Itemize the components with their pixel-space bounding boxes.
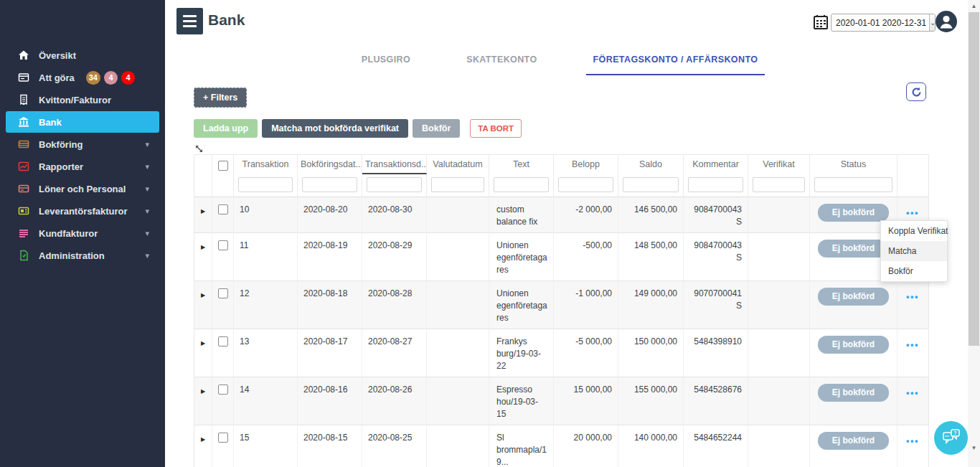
sidebar-item-bokf-ring[interactable]: Bokföring▾ <box>6 133 159 155</box>
select-all-cell <box>212 155 234 174</box>
filter-input-transaktion[interactable] <box>238 177 293 192</box>
table-row: ▶122020-08-182020-08-28Unionen egenföret… <box>194 281 928 329</box>
column-header-kommentar[interactable]: Kommentar <box>684 155 748 174</box>
cell-transaktionsdatum: 2020-08-29 <box>362 233 427 281</box>
status-badge[interactable]: Ej bokförd <box>818 288 889 306</box>
column-header-verifikat[interactable]: Verifikat <box>748 155 810 174</box>
cell-text: custom balance fix <box>489 197 554 233</box>
row-menu-button[interactable]: ••• <box>906 204 919 219</box>
row-checkbox[interactable] <box>218 240 228 250</box>
sidebar-item-administration[interactable]: Administration▾ <box>6 245 159 266</box>
date-range-select[interactable]: 2020-01-01 2020-12-31 ⌄ <box>831 14 936 32</box>
sidebar-item-leverant-rsfakturor[interactable]: Leverantörsfakturor▾ <box>6 200 159 222</box>
sidebar-item-att-g-ra[interactable]: Att göra3444 <box>6 67 159 88</box>
column-header-belopp[interactable]: Belopp <box>554 155 618 174</box>
column-header-transaktion[interactable]: Transaktion <box>234 155 298 174</box>
filter-input-verifikat[interactable] <box>753 177 805 192</box>
expand-row-icon[interactable]: ▶ <box>194 233 212 281</box>
row-menu-button[interactable]: ••• <box>906 288 919 303</box>
context-menu-item-koppla-verifikat[interactable]: Koppla Verifikat <box>881 221 947 241</box>
filters-button[interactable]: + Filters <box>194 88 247 108</box>
tab-plusgiro[interactable]: PLUSGIRO <box>354 52 418 75</box>
row-menu-cell: ••• <box>897 377 928 425</box>
vertical-scrollbar[interactable]: ▲ ▼ <box>968 0 980 467</box>
row-checkbox[interactable] <box>218 433 228 443</box>
column-header-text[interactable]: Text <box>489 155 554 174</box>
status-badge[interactable]: Ej bokförd <box>818 204 889 222</box>
menu-column-header <box>897 155 928 174</box>
scroll-up-icon[interactable]: ▲ <box>968 0 980 12</box>
select-all-checkbox[interactable] <box>218 161 228 171</box>
status-badge[interactable]: Ej bokförd <box>818 240 889 258</box>
cell-status: Ej bokförd <box>810 425 897 467</box>
column-header-bokf-ringsdat[interactable]: Bokföringsdat... <box>298 155 362 174</box>
scrollbar-thumb[interactable] <box>969 12 979 346</box>
filter-cell-saldo <box>618 174 684 197</box>
sidebar-item-rapporter[interactable]: Rapporter▾ <box>6 156 159 177</box>
cell-saldo: 150 000,00 <box>618 329 684 377</box>
row-checkbox[interactable] <box>218 288 228 298</box>
context-menu-item-bokf-r[interactable]: Bokför <box>881 261 947 281</box>
filter-input-belopp[interactable] <box>558 177 613 192</box>
admin-icon <box>17 250 29 262</box>
sidebar-item-label: Kvitton/Fakturor <box>39 95 111 105</box>
status-badge[interactable]: Ej bokförd <box>818 336 889 354</box>
sidebar-item-kvitton-fakturor[interactable]: Kvitton/Fakturor <box>6 89 159 110</box>
delete-button[interactable]: TA BORT <box>470 119 522 138</box>
row-menu-button[interactable]: ••• <box>906 384 919 399</box>
expand-row-icon[interactable]: ▶ <box>194 377 212 425</box>
cell-kommentar: 9070700041S <box>684 281 748 329</box>
sidebar-item-kundfakturor[interactable]: Kundfakturor▾ <box>6 222 159 244</box>
row-checkbox[interactable] <box>218 204 228 214</box>
context-menu-item-matcha[interactable]: Matcha <box>881 241 947 261</box>
column-header-transaktionsd[interactable]: Transaktionsd... <box>362 155 427 174</box>
filter-cell-status <box>810 174 897 197</box>
expand-row-icon[interactable]: ▶ <box>194 329 212 377</box>
row-checkbox[interactable] <box>218 385 228 395</box>
help-chat-button[interactable]: ? <box>934 421 968 455</box>
filter-input-transaktionsd[interactable] <box>367 177 422 192</box>
status-badge[interactable]: Ej bokförd <box>818 432 889 450</box>
chevron-down-icon: ▾ <box>145 229 149 238</box>
column-header-valutadatum[interactable]: Valutadatum <box>427 155 489 174</box>
row-menu-button[interactable]: ••• <box>906 336 919 351</box>
row-menu-button[interactable]: ••• <box>906 432 919 447</box>
expand-row-icon[interactable]: ▶ <box>194 281 212 329</box>
menu-toggle-button[interactable] <box>176 8 203 34</box>
column-header-saldo[interactable]: Saldo <box>618 155 684 174</box>
filter-input-saldo[interactable] <box>623 177 679 192</box>
filter-input-status[interactable] <box>814 177 892 192</box>
refresh-button[interactable] <box>906 82 926 101</box>
match-verifications-button[interactable]: Matcha mot bokförda verifikat <box>262 119 408 138</box>
scroll-down-icon[interactable]: ▼ <box>968 442 980 454</box>
upload-button[interactable]: Ladda upp <box>194 119 258 138</box>
cell-saldo: 146 500,00 <box>618 197 684 233</box>
row-checkbox-cell <box>212 281 234 329</box>
book-button[interactable]: Bokför <box>413 119 460 138</box>
cell-text: Unionen egenföretagares <box>489 233 554 281</box>
column-header-status[interactable]: Status <box>810 155 897 174</box>
status-badge[interactable]: Ej bokförd <box>818 384 889 402</box>
cell-verifikat <box>748 329 810 377</box>
expand-row-icon[interactable]: ▶ <box>194 197 212 233</box>
filter-input-kommentar[interactable] <box>688 177 743 192</box>
ledger-icon <box>17 138 29 151</box>
cell-belopp: -2 000,00 <box>554 197 618 233</box>
row-checkbox[interactable] <box>218 336 228 346</box>
notification-badge: 4 <box>121 71 135 85</box>
sidebar-item-bank[interactable]: Bank <box>6 111 159 133</box>
filter-input-valutadatum[interactable] <box>431 177 484 192</box>
user-avatar[interactable] <box>936 11 957 32</box>
tab-skattekonto[interactable]: SKATTEKONTO <box>459 52 544 75</box>
tab-f-retagskonto-aff-rskonto[interactable]: FÖRETAGSKONTO / AFFÄRSKONTO <box>586 52 765 75</box>
cell-text: Frankys burg/19-03-22 <box>489 329 554 377</box>
sidebar-item-l-ner-och-personal[interactable]: Löner och Personal▾ <box>6 178 159 199</box>
supplier-icon <box>17 205 29 217</box>
filter-input-text[interactable] <box>494 177 549 192</box>
filter-input-bokf-ringsdat[interactable] <box>302 177 357 192</box>
sidebar-item-versikt[interactable]: Översikt <box>6 44 159 66</box>
collapse-table-icon[interactable] <box>194 143 204 153</box>
cell-transaktion: 14 <box>234 377 298 425</box>
expand-row-icon[interactable]: ▶ <box>194 425 212 467</box>
sidebar-item-label: Bokföring <box>39 139 83 150</box>
